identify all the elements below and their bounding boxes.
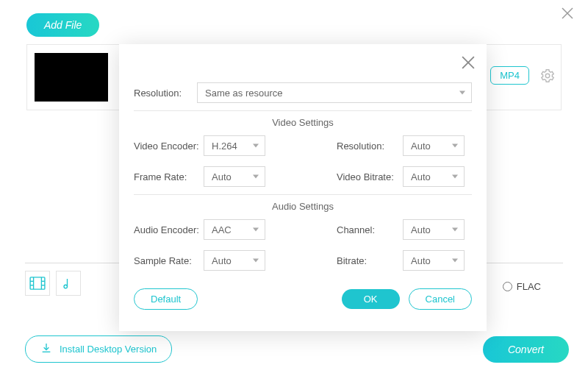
download-icon bbox=[40, 342, 52, 356]
audio-settings-title: Audio Settings bbox=[134, 201, 472, 212]
ok-button[interactable]: OK bbox=[342, 289, 400, 309]
divider bbox=[134, 110, 472, 111]
channel-value: Auto bbox=[411, 224, 431, 235]
cancel-button[interactable]: Cancel bbox=[409, 288, 472, 310]
chevron-down-icon bbox=[452, 259, 458, 263]
chevron-down-icon bbox=[253, 175, 259, 179]
video-resolution-label: Resolution: bbox=[337, 141, 406, 152]
output-format-badge[interactable]: MP4 bbox=[490, 66, 529, 85]
video-tab-icon[interactable] bbox=[25, 271, 50, 296]
svg-point-2 bbox=[545, 74, 550, 78]
add-file-button[interactable]: Add File bbox=[26, 13, 99, 37]
resolution-label: Resolution: bbox=[134, 88, 187, 99]
audio-bitrate-label: Bitrate: bbox=[337, 255, 406, 266]
chevron-down-icon bbox=[253, 228, 259, 232]
resolution-select[interactable]: Same as resource bbox=[197, 82, 472, 103]
audio-encoder-value: AAC bbox=[212, 224, 232, 235]
frame-rate-select[interactable]: Auto bbox=[204, 166, 265, 187]
video-thumbnail bbox=[35, 53, 108, 102]
video-encoder-label: Video Encoder: bbox=[134, 141, 204, 152]
video-resolution-select[interactable]: Auto bbox=[403, 135, 465, 156]
app-close-icon[interactable] bbox=[562, 6, 573, 23]
chevron-down-icon bbox=[253, 259, 259, 263]
audio-bitrate-value: Auto bbox=[411, 255, 431, 266]
resolution-select-value: Same as resource bbox=[205, 88, 283, 99]
radio-icon bbox=[503, 282, 512, 291]
svg-rect-3 bbox=[30, 277, 45, 289]
audio-tab-icon[interactable] bbox=[56, 271, 81, 296]
chevron-down-icon bbox=[459, 91, 465, 95]
chevron-down-icon bbox=[452, 175, 458, 179]
video-settings-title: Video Settings bbox=[134, 117, 472, 128]
install-desktop-button[interactable]: Install Desktop Version bbox=[25, 335, 172, 363]
settings-modal: Resolution: Same as resource Video Setti… bbox=[119, 44, 487, 331]
channel-select[interactable]: Auto bbox=[403, 219, 465, 240]
video-bitrate-value: Auto bbox=[411, 171, 431, 182]
format-option-flac[interactable]: FLAC bbox=[503, 281, 541, 292]
sample-rate-label: Sample Rate: bbox=[134, 255, 204, 266]
video-encoder-value: H.264 bbox=[212, 141, 237, 152]
frame-rate-label: Frame Rate: bbox=[134, 171, 204, 182]
gear-icon[interactable] bbox=[539, 68, 556, 84]
video-encoder-select[interactable]: H.264 bbox=[204, 135, 265, 156]
audio-encoder-label: Audio Encoder: bbox=[134, 224, 204, 235]
svg-point-10 bbox=[64, 285, 68, 288]
video-bitrate-label: Video Bitrate: bbox=[337, 171, 406, 182]
channel-label: Channel: bbox=[337, 224, 406, 235]
video-resolution-value: Auto bbox=[411, 141, 431, 152]
video-bitrate-select[interactable]: Auto bbox=[403, 166, 465, 187]
divider bbox=[134, 194, 472, 195]
sample-rate-select[interactable]: Auto bbox=[204, 250, 265, 271]
sample-rate-value: Auto bbox=[212, 255, 232, 266]
format-option-label: FLAC bbox=[517, 281, 541, 292]
convert-button[interactable]: Convert bbox=[483, 336, 569, 363]
install-desktop-label: Install Desktop Version bbox=[60, 344, 157, 355]
default-button[interactable]: Default bbox=[134, 288, 198, 310]
close-icon[interactable] bbox=[462, 54, 475, 74]
audio-bitrate-select[interactable]: Auto bbox=[403, 250, 465, 271]
frame-rate-value: Auto bbox=[212, 171, 232, 182]
audio-encoder-select[interactable]: AAC bbox=[204, 219, 265, 240]
chevron-down-icon bbox=[452, 228, 458, 232]
chevron-down-icon bbox=[452, 144, 458, 148]
chevron-down-icon bbox=[253, 144, 259, 148]
